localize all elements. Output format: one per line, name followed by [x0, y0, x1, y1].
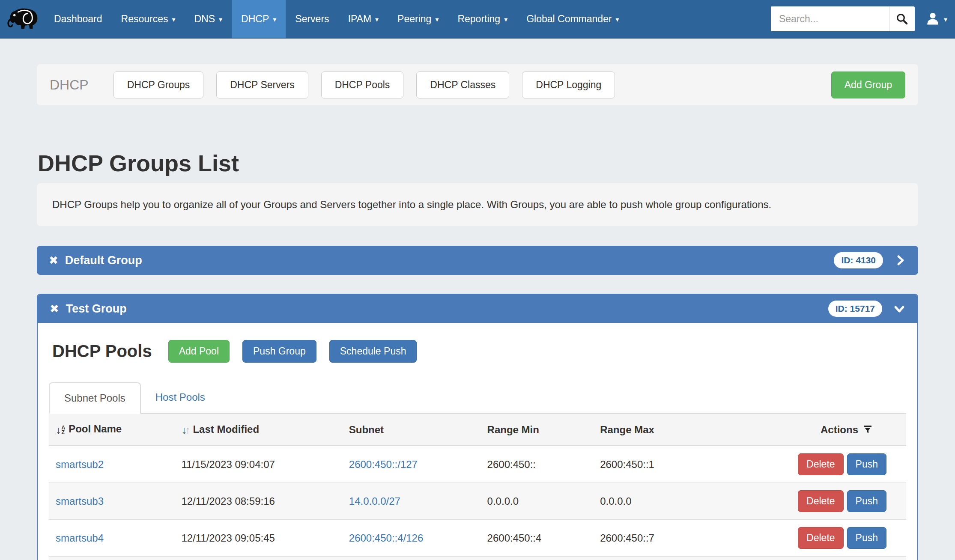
group-bar-test-group[interactable]: ✖ Test Group ID: 15717 — [38, 295, 917, 323]
column-label: Range Min — [487, 424, 539, 435]
page-description: DHCP Groups help you to organize all of … — [37, 183, 918, 226]
chevron-right-icon — [894, 254, 906, 266]
caret-down-icon: ▾ — [172, 16, 175, 23]
dhcp-classes-button[interactable]: DHCP Classes — [416, 71, 509, 98]
caret-down-icon: ▾ — [273, 16, 276, 23]
dhcp-pools-button[interactable]: DHCP Pools — [321, 71, 404, 98]
pools-tabs: Subnet Pools Host Pools — [49, 382, 906, 414]
column-header-subnet[interactable]: Subnet — [342, 414, 480, 446]
column-label: Pool Name — [69, 423, 122, 435]
remove-group-icon[interactable]: ✖ — [49, 255, 58, 266]
dhcp-logging-button[interactable]: DHCP Logging — [522, 71, 615, 98]
nav-label: Resources — [121, 13, 168, 25]
delete-pool-button[interactable]: Delete — [798, 527, 843, 549]
nav-item-global-commander[interactable]: Global Commander▾ — [517, 0, 628, 38]
push-pool-button[interactable]: Push — [847, 527, 886, 549]
range-min-cell: 2600:450:: — [480, 446, 594, 483]
delete-pool-button[interactable]: Delete — [798, 490, 843, 512]
column-header-range-max[interactable]: Range Max — [593, 414, 791, 446]
page-container: DHCP DHCP Groups DHCP Servers DHCP Pools… — [37, 64, 918, 560]
nav-label: Dashboard — [54, 13, 102, 25]
nav-item-dns[interactable]: DNS▾ — [185, 0, 232, 38]
range-min-cell: 2600:450::4 — [480, 520, 594, 557]
pools-header: DHCP Pools Add Pool Push Group Schedule … — [49, 340, 906, 363]
table-row: smartsub3 12/11/2023 08:59:16 14.0.0.0/2… — [49, 483, 906, 520]
range-max-cell: 2600:450::1 — [593, 446, 791, 483]
group-id-badge: ID: 15717 — [828, 301, 882, 317]
tab-host-pools[interactable]: Host Pools — [141, 382, 220, 413]
range-min-cell: 172.16.3.0 — [480, 557, 594, 560]
main-menu: Dashboard Resources▾ DNS▾ DHCP▾ Servers … — [45, 0, 629, 38]
column-header-pool-name[interactable]: ↓AZPool Name — [49, 414, 174, 446]
last-modified-cell: 12/11/2023 09:05:45 — [174, 520, 342, 557]
column-header-range-min[interactable]: Range Min — [480, 414, 594, 446]
pools-title: DHCP Pools — [52, 342, 152, 361]
nav-label: Peering — [397, 13, 431, 25]
caret-down-icon: ▾ — [375, 16, 379, 23]
subnet-link[interactable]: 14.0.0.0/27 — [349, 495, 400, 507]
dhcp-groups-button[interactable]: DHCP Groups — [113, 71, 204, 98]
add-group-button[interactable]: Add Group — [831, 71, 905, 98]
range-max-cell: 0.0.0.0 — [593, 483, 791, 520]
table-row: smartsub4 12/11/2023 09:05:45 2600:450::… — [49, 520, 906, 557]
nav-item-peering[interactable]: Peering▾ — [388, 0, 448, 38]
column-label: Last Modified — [193, 423, 259, 435]
tab-subnet-pools[interactable]: Subnet Pools — [49, 382, 141, 414]
user-menu[interactable]: ▾ — [925, 11, 947, 27]
subnet-link[interactable]: 2600:450::4/126 — [349, 532, 424, 544]
dhcp-servers-button[interactable]: DHCP Servers — [216, 71, 308, 98]
last-modified-cell: 11/15/2023 09:04:07 — [174, 446, 342, 483]
table-header: ↓AZPool Name ↓↑Last Modified Subnet Rang… — [49, 414, 906, 446]
dhcp-toolbar: DHCP DHCP Groups DHCP Servers DHCP Pools… — [37, 64, 918, 105]
search-icon — [895, 12, 908, 25]
navbar-right: ▾ — [771, 0, 955, 38]
nav-label: IPAM — [348, 13, 372, 25]
column-header-last-modified[interactable]: ↓↑Last Modified — [174, 414, 342, 446]
column-header-actions: Actions — [791, 414, 906, 446]
nav-label: Global Commander — [526, 13, 612, 25]
column-label: Range Max — [600, 424, 654, 435]
table-row: smartsub5 11/15/2023 09:33:29 172.16.3.0… — [49, 557, 906, 560]
sort-icon[interactable]: ↓↑ — [181, 424, 190, 436]
pool-name-link[interactable]: smartsub3 — [56, 495, 104, 507]
filter-icon[interactable] — [862, 424, 873, 435]
nav-item-reporting[interactable]: Reporting▾ — [448, 0, 517, 38]
nav-item-resources[interactable]: Resources▾ — [112, 0, 185, 38]
push-pool-button[interactable]: Push — [847, 453, 886, 475]
caret-down-icon: ▾ — [944, 16, 947, 23]
nav-item-ipam[interactable]: IPAM▾ — [339, 0, 388, 38]
push-group-button[interactable]: Push Group — [242, 340, 316, 363]
nav-item-dhcp[interactable]: DHCP▾ — [232, 0, 286, 38]
pool-name-link[interactable]: smartsub4 — [56, 532, 104, 544]
last-modified-cell: 11/15/2023 09:33:29 — [174, 557, 342, 560]
group-bar-default-group[interactable]: ✖ Default Group ID: 4130 — [37, 246, 918, 275]
test-group-panel-body: DHCP Pools Add Pool Push Group Schedule … — [38, 323, 917, 560]
app-logo[interactable] — [0, 0, 45, 38]
caret-down-icon: ▾ — [616, 16, 619, 23]
letter-z: Z — [62, 430, 66, 435]
nav-label: Reporting — [457, 13, 500, 25]
caret-down-icon: ▾ — [219, 16, 222, 23]
mammoth-logo-icon — [6, 6, 39, 32]
group-id-badge: ID: 4130 — [834, 252, 883, 268]
delete-pool-button[interactable]: Delete — [798, 453, 843, 475]
page-title: DHCP Groups List — [38, 150, 918, 176]
chevron-down-icon — [893, 303, 905, 315]
nav-item-servers[interactable]: Servers — [286, 0, 338, 38]
subnet-link[interactable]: 2600:450::/127 — [349, 459, 418, 470]
column-label: Subnet — [349, 424, 384, 435]
range-max-cell: 2600:450::7 — [593, 520, 791, 557]
expand-group-button[interactable] — [894, 254, 906, 266]
push-pool-button[interactable]: Push — [847, 490, 886, 512]
sort-alpha-asc-icon[interactable]: ↓AZ — [56, 424, 65, 436]
schedule-push-button[interactable]: Schedule Push — [329, 340, 417, 363]
column-label: Actions — [821, 424, 858, 435]
collapse-group-button[interactable] — [893, 303, 905, 315]
arrow-down-glyph: ↓ — [56, 424, 61, 436]
search-button[interactable] — [889, 6, 915, 31]
pool-name-link[interactable]: smartsub2 — [56, 459, 104, 470]
remove-group-icon[interactable]: ✖ — [50, 303, 59, 314]
nav-item-dashboard[interactable]: Dashboard — [45, 0, 112, 38]
add-pool-button[interactable]: Add Pool — [168, 340, 230, 363]
search-input[interactable] — [771, 6, 889, 31]
